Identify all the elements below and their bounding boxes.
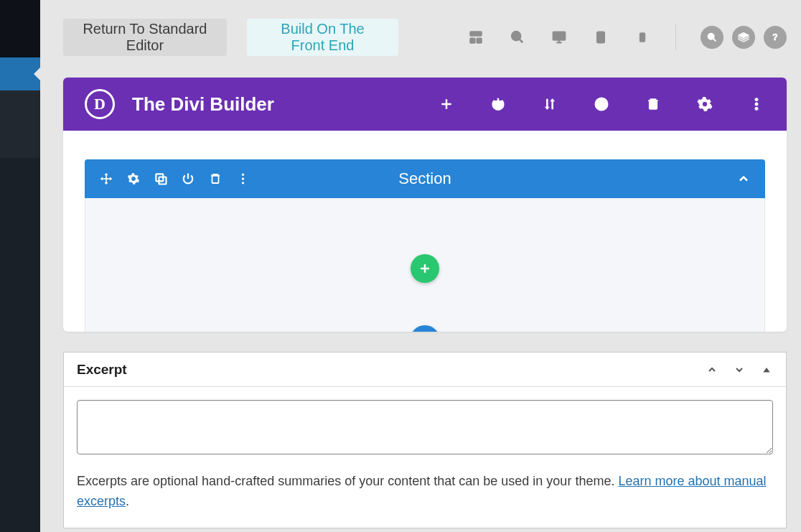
wp-sidebar-submenu-area — [0, 90, 40, 158]
svg-point-3 — [512, 32, 520, 40]
svg-marker-27 — [105, 173, 108, 175]
svg-point-36 — [241, 174, 243, 176]
settings-icon[interactable] — [696, 95, 713, 113]
excerpt-textarea[interactable] — [77, 400, 773, 454]
move-up-icon[interactable] — [706, 363, 718, 376]
move-icon[interactable] — [99, 172, 113, 186]
toolbar-divider — [675, 24, 676, 50]
power-icon[interactable] — [490, 95, 507, 113]
duplicate-icon[interactable] — [154, 172, 168, 186]
svg-line-13 — [713, 39, 716, 41]
add-icon[interactable] — [438, 95, 455, 113]
svg-point-9 — [600, 40, 601, 42]
search-icon[interactable] — [701, 26, 723, 49]
main-content: Return To Standard Editor Build On The F… — [40, 0, 801, 532]
excerpt-metabox: Excerpt Excerpts are optional hand-craft… — [63, 352, 787, 528]
wp-admin-sidebar — [0, 0, 40, 532]
svg-point-26 — [755, 107, 758, 110]
build-frontend-button[interactable]: Build On The Front End — [247, 19, 398, 56]
section-delete-icon[interactable] — [208, 172, 222, 186]
delete-icon[interactable] — [645, 95, 662, 113]
toolbar-utility-icons: ? — [701, 26, 787, 49]
svg-line-4 — [520, 39, 523, 43]
desktop-view-icon[interactable] — [551, 29, 568, 46]
svg-point-38 — [241, 182, 243, 184]
move-down-icon[interactable] — [733, 363, 746, 376]
editor-toolbar: Return To Standard Editor Build On The F… — [63, 16, 787, 59]
toggle-box-icon[interactable] — [760, 363, 773, 376]
history-icon[interactable] — [593, 95, 610, 113]
excerpt-metabox-header: Excerpt — [64, 353, 786, 387]
wp-sidebar-active-item[interactable] — [0, 57, 40, 90]
sort-icon[interactable] — [541, 95, 558, 113]
divi-builder-body: Section — [63, 131, 787, 332]
add-row-button[interactable] — [411, 254, 439, 283]
svg-marker-43 — [763, 368, 769, 372]
wireframe-view-icon[interactable] — [467, 29, 484, 46]
add-section-button[interactable] — [410, 325, 440, 332]
collapse-icon[interactable] — [736, 172, 751, 186]
excerpt-body: Excerpts are optional hand-crafted summa… — [64, 387, 786, 528]
svg-marker-30 — [110, 177, 112, 181]
return-standard-editor-button[interactable]: Return To Standard Editor — [63, 19, 227, 56]
divi-builder-actions — [438, 95, 765, 113]
svg-rect-35 — [212, 176, 219, 184]
excerpt-description: Excerpts are optional hand-crafted summa… — [77, 472, 773, 512]
section-header[interactable]: Section — [85, 159, 765, 198]
section-power-icon[interactable] — [181, 172, 195, 186]
section-tools — [99, 172, 250, 186]
wp-sidebar-top — [0, 0, 40, 57]
zoom-icon[interactable] — [509, 29, 526, 46]
svg-point-37 — [241, 177, 243, 179]
svg-rect-1 — [470, 38, 475, 43]
svg-text:?: ? — [772, 32, 777, 42]
svg-point-11 — [642, 39, 643, 40]
layers-icon[interactable] — [732, 26, 755, 49]
svg-rect-32 — [103, 178, 110, 179]
toolbar-view-icons — [467, 29, 651, 46]
excerpt-title: Excerpt — [77, 362, 127, 378]
help-icon[interactable]: ? — [764, 26, 787, 49]
phone-view-icon[interactable] — [634, 29, 651, 46]
svg-rect-5 — [553, 32, 566, 40]
tablet-view-icon[interactable] — [592, 29, 609, 46]
svg-rect-0 — [470, 32, 482, 36]
divi-builder-panel: D The Divi Builder — [63, 78, 787, 332]
section-title: Section — [398, 169, 451, 188]
divi-builder-header: D The Divi Builder — [63, 78, 787, 131]
excerpt-desc-after: . — [126, 494, 129, 508]
more-icon[interactable] — [748, 95, 765, 113]
divi-builder-title: The Divi Builder — [132, 93, 274, 116]
svg-marker-28 — [105, 182, 108, 185]
svg-point-24 — [755, 98, 758, 101]
svg-rect-2 — [477, 38, 482, 43]
section-body — [85, 198, 765, 332]
excerpt-header-controls — [706, 363, 773, 376]
svg-point-12 — [708, 34, 714, 39]
section-settings-icon[interactable] — [126, 172, 141, 186]
excerpt-desc-text: Excerpts are optional hand-crafted summa… — [77, 474, 618, 488]
divi-logo-icon: D — [85, 89, 115, 119]
svg-marker-29 — [100, 177, 103, 181]
svg-rect-23 — [650, 101, 657, 109]
svg-point-25 — [755, 103, 758, 106]
section-more-icon[interactable] — [235, 172, 250, 186]
